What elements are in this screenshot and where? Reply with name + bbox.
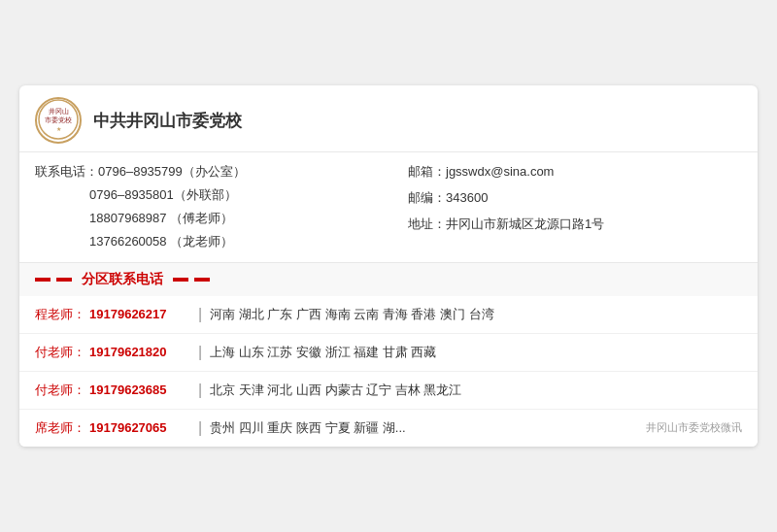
divider-2: | xyxy=(198,382,202,399)
district-item-0: 程老师： 19179626217 | 河南 湖北 广东 广西 海南 云南 青海 … xyxy=(19,296,758,334)
teacher-name-0: 程老师： xyxy=(35,306,85,323)
district-item-3: 席老师： 19179627065 | 贵州 四川 重庆 陕西 宁夏 新疆 湖..… xyxy=(19,410,758,447)
divider-3: | xyxy=(198,419,202,437)
teacher-name-1: 付老师： xyxy=(35,344,85,361)
header: 井冈山 市委党校 ★ 中共井冈山市委党校 xyxy=(19,85,758,152)
district-item-1: 付老师： 19179621820 | 上海 山东 江苏 安徽 浙江 福建 甘肃 … xyxy=(19,334,758,372)
contact-right: 邮箱： jgsswdx@sina.com 邮编： 343600 地址： 井冈山市… xyxy=(388,162,742,251)
teacher-info-2: 付老师： 19179623685 xyxy=(35,382,190,399)
teacher-phone-1: 19179621820 xyxy=(89,345,167,359)
address-label: 地址： xyxy=(408,215,446,235)
svg-text:★: ★ xyxy=(56,126,61,132)
phone-row-2: 0796–8935801（外联部） xyxy=(35,185,388,206)
org-name: 中共井冈山市委党校 xyxy=(93,110,242,132)
teacher-info-1: 付老师： 19179621820 xyxy=(35,344,190,361)
zip-label: 邮编： xyxy=(408,188,446,209)
regions-0: 河南 湖北 广东 广西 海南 云南 青海 香港 澳门 台湾 xyxy=(210,306,494,323)
section-title-bar: 分区联系电话 xyxy=(19,263,758,296)
red-block-right xyxy=(173,278,188,282)
red-block-left2 xyxy=(56,278,72,282)
teacher-phone-0: 19179626217 xyxy=(89,307,167,321)
teacher-name-3: 席老师： xyxy=(35,419,85,437)
teacher-phone-2: 19179623685 xyxy=(89,382,167,397)
zip-row: 邮编： 343600 xyxy=(408,188,742,209)
phone-row-1: 联系电话： 0796–8935799（办公室） xyxy=(35,162,388,183)
logo-text: 井冈山 市委党校 ★ xyxy=(37,98,80,144)
teacher-phone-3: 19179627065 xyxy=(89,420,167,435)
district-item-2: 付老师： 19179623685 | 北京 天津 河北 山西 内蒙古 辽宁 吉林… xyxy=(19,372,758,410)
red-block-left xyxy=(35,278,51,282)
section-title-text: 分区联系电话 xyxy=(82,271,163,288)
contact-section: 联系电话： 0796–8935799（办公室） 0796–8935801（外联部… xyxy=(19,152,758,262)
red-block-right2 xyxy=(194,278,210,282)
address-row: 地址： 井冈山市新城区龙源口路1号 xyxy=(408,215,742,235)
zip-value: 343600 xyxy=(446,188,488,209)
district-list: 程老师： 19179626217 | 河南 湖北 广东 广西 海南 云南 青海 … xyxy=(19,296,758,447)
phone-3: 18807968987 （傅老师） xyxy=(89,209,233,229)
divider-0: | xyxy=(198,306,202,323)
divider-1: | xyxy=(198,344,202,361)
logo: 井冈山 市委党校 ★ xyxy=(35,97,82,144)
email-value: jgsswdx@sina.com xyxy=(446,162,554,183)
phone-row-4: 13766260058 （龙老师） xyxy=(35,232,388,252)
phone-4: 13766260058 （龙老师） xyxy=(89,232,233,252)
email-label: 邮箱： xyxy=(408,162,446,183)
teacher-info-0: 程老师： 19179626217 xyxy=(35,306,190,323)
regions-2: 北京 天津 河北 山西 内蒙古 辽宁 吉林 黑龙江 xyxy=(210,382,461,399)
svg-text:市委党校: 市委党校 xyxy=(45,116,72,124)
regions-3: 贵州 四川 重庆 陕西 宁夏 新疆 湖... xyxy=(210,419,406,437)
svg-text:井冈山: 井冈山 xyxy=(49,108,69,116)
phone-2: 0796–8935801（外联部） xyxy=(89,185,237,206)
phone-row-3: 18807968987 （傅老师） xyxy=(35,209,388,229)
address-value: 井冈山市新城区龙源口路1号 xyxy=(446,215,604,235)
phone-label: 联系电话： xyxy=(35,162,98,183)
phone-1: 0796–8935799（办公室） xyxy=(98,162,246,183)
teacher-name-2: 付老师： xyxy=(35,382,85,399)
teacher-info-3: 席老师： 19179627065 xyxy=(35,419,190,437)
regions-1: 上海 山东 江苏 安徽 浙江 福建 甘肃 西藏 xyxy=(210,344,436,361)
contact-left: 联系电话： 0796–8935799（办公室） 0796–8935801（外联部… xyxy=(35,162,388,251)
watermark-text: 井冈山市委党校微讯 xyxy=(646,420,742,435)
email-row: 邮箱： jgsswdx@sina.com xyxy=(408,162,742,183)
